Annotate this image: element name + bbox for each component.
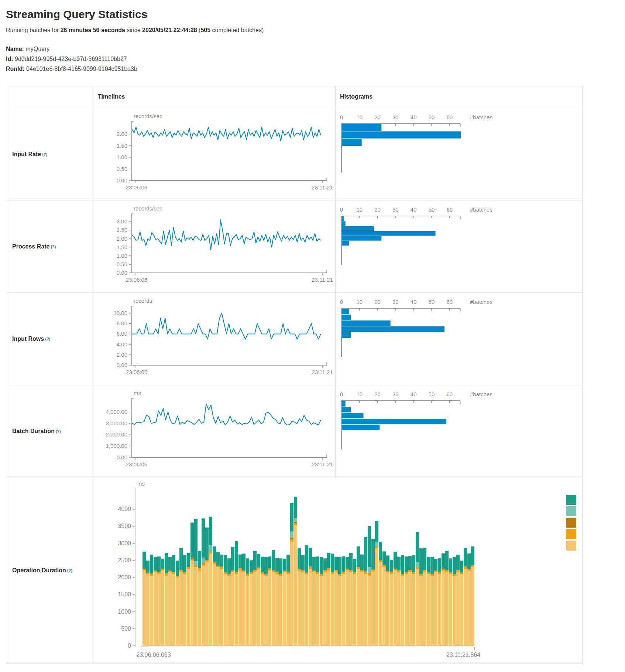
stacked-bar-segment xyxy=(371,570,375,572)
stacked-bar-segment xyxy=(268,556,271,568)
tick-label: 60 xyxy=(446,114,453,120)
stacked-bar-segment xyxy=(161,571,164,646)
stacked-bar-segment xyxy=(209,553,212,646)
stacked-bar-segment xyxy=(235,572,238,574)
runid-label: RunId: xyxy=(6,66,25,72)
stacked-bar-segment xyxy=(349,572,353,646)
stacked-bar-segment xyxy=(368,576,371,646)
stacked-bar-segment xyxy=(460,560,463,572)
tick-label: 4000 xyxy=(118,506,131,512)
stacked-bar-segment xyxy=(368,526,371,567)
stacked-bar-segment xyxy=(382,565,386,567)
tick-label: 0.00 xyxy=(117,270,127,276)
batch-duration-timeline-chart: ms0.001,000.002,000.003,000.004,000.0023… xyxy=(93,385,336,477)
help-tooltip-input-rows[interactable]: (?) xyxy=(45,337,50,341)
stacked-bar-segment xyxy=(316,572,319,574)
help-tooltip-operation-duration[interactable]: (?) xyxy=(67,568,72,573)
stacked-bar-segment xyxy=(301,570,305,573)
tick-label: 50 xyxy=(429,299,435,305)
stacked-bar-segment xyxy=(298,569,301,571)
stacked-bar-segment xyxy=(323,558,327,570)
stacked-bar-segment xyxy=(327,553,330,568)
stacked-bar-segment xyxy=(272,572,275,646)
stacked-bar-segment xyxy=(412,555,415,572)
tick-label: 0 xyxy=(340,206,343,213)
stacked-bar-segment xyxy=(309,567,312,569)
column-header-timelines: Timelines xyxy=(93,86,336,108)
input-rate-histogram-chart: 0102030405060#batches xyxy=(336,108,582,200)
stacked-bar-segment xyxy=(438,558,441,572)
stacked-bar-segment xyxy=(235,574,238,646)
histogram-bar xyxy=(342,413,364,418)
stacked-bar-segment xyxy=(331,574,334,646)
stacked-bar-segment xyxy=(434,571,437,573)
tick-label: 40 xyxy=(411,299,417,305)
operation-duration-stacked-chart: ms0500100015002000250030003500400023:06:… xyxy=(93,477,582,663)
stacked-bar-segment xyxy=(386,556,389,571)
stacked-bar-segment xyxy=(394,569,397,571)
stacked-bar-segment xyxy=(246,576,249,646)
row-label-text: Input Rows xyxy=(12,336,44,342)
stacked-bar-segment xyxy=(449,558,452,572)
help-tooltip-input-rate[interactable]: (?) xyxy=(42,152,47,157)
stacked-bar-segment xyxy=(390,572,393,574)
stacked-bar-segment xyxy=(430,557,434,574)
stacked-bar-segment xyxy=(449,574,452,646)
stacked-bar-segment xyxy=(456,570,460,572)
stacked-bar-segment xyxy=(309,569,312,646)
stacked-bar-segment xyxy=(294,518,297,522)
tick-label: 60 xyxy=(446,299,453,305)
stacked-bar-segment xyxy=(157,572,161,574)
tick-label: 2.50 xyxy=(117,227,127,233)
stacked-bar-segment xyxy=(261,557,264,572)
tick-label: 2500 xyxy=(118,557,131,563)
stacked-bar-segment xyxy=(305,545,308,573)
tick-label: 3000 xyxy=(118,540,131,546)
tick-label: 1.50 xyxy=(117,143,127,149)
stacked-bar-segment xyxy=(390,574,393,646)
stacked-bar-segment xyxy=(253,572,257,646)
tick-label: 10 xyxy=(356,206,363,213)
tick-label: 0.00 xyxy=(117,454,127,460)
stacked-bar-segment xyxy=(438,572,441,574)
stacked-bar-segment xyxy=(231,547,234,571)
stacked-bar-segment xyxy=(423,572,426,646)
help-tooltip-batch-duration[interactable]: (?) xyxy=(56,429,61,433)
stacked-bar-segment xyxy=(442,553,445,569)
stacked-bar-segment xyxy=(209,552,212,554)
stacked-bar-segment xyxy=(202,564,205,566)
stacked-bar-segment xyxy=(471,565,474,568)
stacked-bar-segment xyxy=(213,546,216,562)
tick-label: 6.00 xyxy=(117,330,127,337)
input-rows-timeline-chart: records0.002.004.006.008.0010.0023:06:06… xyxy=(93,293,336,385)
stacked-bar-segment xyxy=(298,571,301,646)
stacked-bar-segment xyxy=(360,570,364,572)
stacked-bar-segment xyxy=(272,550,275,571)
stacked-bar-segment xyxy=(371,539,375,570)
stacked-bar-segment xyxy=(309,548,312,567)
stacked-bar-segment xyxy=(275,558,279,572)
stacked-bar-segment xyxy=(183,574,186,646)
stacked-bar-segment xyxy=(338,574,341,576)
stacked-bar-segment xyxy=(408,556,412,570)
unit-label: records xyxy=(134,298,152,304)
stacked-bar-segment xyxy=(286,572,290,574)
stacked-bar-segment xyxy=(412,574,415,646)
row-label-operation-duration: Operation Duration(?) xyxy=(6,477,93,663)
tick-label: 4,000.00 xyxy=(106,409,127,415)
stacked-bar-segment xyxy=(224,555,227,572)
stacked-bar-segment xyxy=(464,569,467,646)
tick-label: 0 xyxy=(340,299,343,305)
stacked-bar-segment xyxy=(405,574,408,646)
stacked-bar-segment xyxy=(268,569,271,571)
process-rate-histogram-cell: 0102030405060#batches xyxy=(336,200,582,293)
stacked-bar-segment xyxy=(142,569,146,571)
stacked-bar-segment xyxy=(227,574,231,576)
stacked-bar-segment xyxy=(202,563,205,563)
stacked-bar-segment xyxy=(150,576,153,646)
stacked-bar-segment xyxy=(253,551,257,570)
stacked-bar-segment xyxy=(187,569,190,646)
help-tooltip-process-rate[interactable]: (?) xyxy=(51,244,56,249)
stacked-bar-segment xyxy=(150,573,153,576)
stacked-bar-segment xyxy=(238,568,242,571)
